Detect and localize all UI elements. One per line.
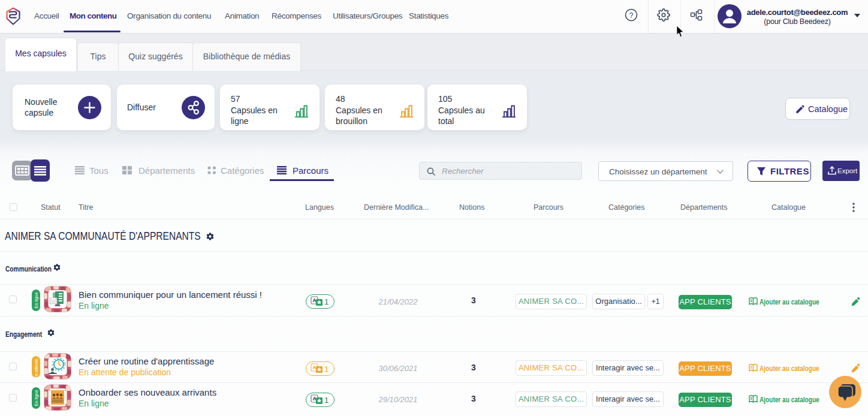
svg-text:A: A <box>312 297 316 303</box>
svg-text:?: ? <box>629 11 634 20</box>
svg-text:A: A <box>312 364 316 370</box>
svg-text:A: A <box>312 396 316 402</box>
